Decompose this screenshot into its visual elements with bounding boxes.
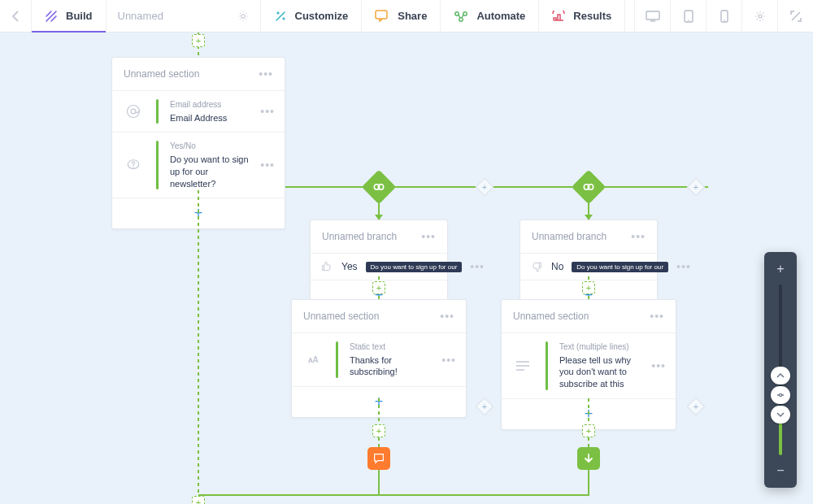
svg-point-17 [779,393,781,396]
add-node-button[interactable]: + [192,496,205,504]
end-node-message[interactable] [367,447,390,470]
add-node-button[interactable]: + [582,424,595,437]
arrow-down-icon [585,215,593,220]
text-icon: ᴀA [302,349,324,371]
tab-build[interactable]: Build [32,0,107,32]
tab-customize-label: Customize [295,10,349,22]
section-menu-button[interactable]: ••• [259,67,273,80]
field-row-email[interactable]: Email addressEmail Address ••• [112,90,285,132]
svg-point-8 [724,20,725,21]
section-title: Unnamed section [513,311,589,322]
svg-point-6 [688,20,689,21]
wand-icon [274,10,287,23]
automate-icon [454,11,468,22]
connector-line [588,398,589,447]
arrow-down-icon [375,215,383,220]
tablet-view-button[interactable] [670,0,706,32]
thumbs-down-icon [530,260,543,273]
branch-title: Unnamed branch [322,231,397,242]
results-icon [552,11,565,22]
field-menu-button[interactable]: ••• [260,159,275,172]
connector-line [378,398,380,447]
settings-button[interactable] [741,0,777,32]
top-nav: Build Unnamed Customize Share Automate R… [0,0,813,33]
add-node-button[interactable]: + [372,424,385,437]
zoom-panel: + − [764,252,797,488]
atsign-icon [122,100,145,123]
mobile-view-button[interactable] [706,0,741,32]
build-icon [45,10,58,23]
zoom-step-down-button[interactable] [771,406,790,424]
thumbs-up-icon [320,260,333,273]
arrow-down-icon [583,453,594,464]
section-menu-button[interactable]: ••• [440,310,454,323]
tab-automate-label: Automate [476,10,525,22]
device-toggles [634,0,813,32]
condition-menu-button[interactable]: ••• [470,260,485,273]
field-row-multiline[interactable]: Text (multiple lines)Please tell us why … [502,332,676,398]
add-node-button[interactable]: + [372,281,385,294]
branch-menu-button[interactable]: ••• [421,230,436,243]
condition-menu-button[interactable]: ••• [676,260,691,273]
tab-customize[interactable]: Customize [261,0,363,32]
svg-point-9 [759,15,762,18]
add-branch-button[interactable]: + [476,398,494,416]
branch-condition-pill: Do you want to sign up for our [572,262,668,272]
tab-share-label: Share [398,10,427,22]
zoom-out-button[interactable]: − [764,462,797,480]
chevron-left-icon [11,11,20,22]
field-row-yesno[interactable]: Yes/NoDo you want to sign up for our new… [112,132,285,198]
project-title[interactable]: Unnamed [107,0,261,32]
branch-split-node[interactable] [572,170,606,204]
connector-line [198,190,199,504]
connector-line [588,470,589,496]
svg-point-10 [128,106,140,118]
svg-rect-0 [376,11,387,19]
share-icon [375,10,389,23]
end-node-continue[interactable] [577,447,600,470]
split-icon [582,180,595,193]
split-icon [372,180,385,193]
fullscreen-button[interactable] [777,0,813,32]
field-menu-button[interactable]: ••• [260,105,275,118]
multiline-icon [511,354,534,377]
tab-share[interactable]: Share [362,0,441,32]
tab-build-label: Build [66,10,93,22]
add-node-button[interactable]: + [582,281,595,294]
branch-split-node[interactable] [362,170,396,204]
flow-canvas[interactable]: + Unnamed section ••• Email addressEmail… [0,33,813,504]
tab-results-label: Results [573,10,611,22]
branch-condition-pill: Do you want to sign up for our [366,262,463,272]
desktop-view-button[interactable] [634,0,670,32]
add-node-button[interactable]: + [192,34,205,47]
section-title: Unnamed section [124,68,199,80]
branch-answer: Yes [341,261,358,272]
svg-rect-4 [646,11,659,20]
svg-point-11 [131,109,136,114]
branch-answer: No [551,261,563,272]
chat-icon [372,452,385,465]
zoom-step-up-button[interactable] [771,367,790,385]
branch-menu-button[interactable]: ••• [631,230,646,243]
field-menu-button[interactable]: ••• [651,359,666,372]
tab-results[interactable]: Results [539,0,625,32]
field-menu-button[interactable]: ••• [441,354,456,367]
zoom-in-button[interactable]: + [764,260,797,278]
project-title-text: Unnamed [118,10,163,22]
add-branch-button[interactable]: + [476,178,494,197]
branch-title: Unnamed branch [532,231,606,242]
tab-automate[interactable]: Automate [441,0,539,32]
question-icon [122,154,145,176]
add-branch-button[interactable]: + [687,398,706,416]
add-branch-button[interactable]: + [687,178,706,197]
connector-line [378,470,380,496]
svg-point-3 [459,17,463,20]
zoom-reset-button[interactable] [771,386,790,404]
field-row-static[interactable]: ᴀA Static textThanks for subscribing! ••… [292,332,466,386]
gear-icon[interactable] [237,11,249,22]
zoom-slider[interactable] [779,285,782,455]
back-button[interactable] [0,0,32,32]
connector-line [285,186,708,188]
section-menu-button[interactable]: ••• [650,310,664,323]
connector-line [198,494,589,496]
